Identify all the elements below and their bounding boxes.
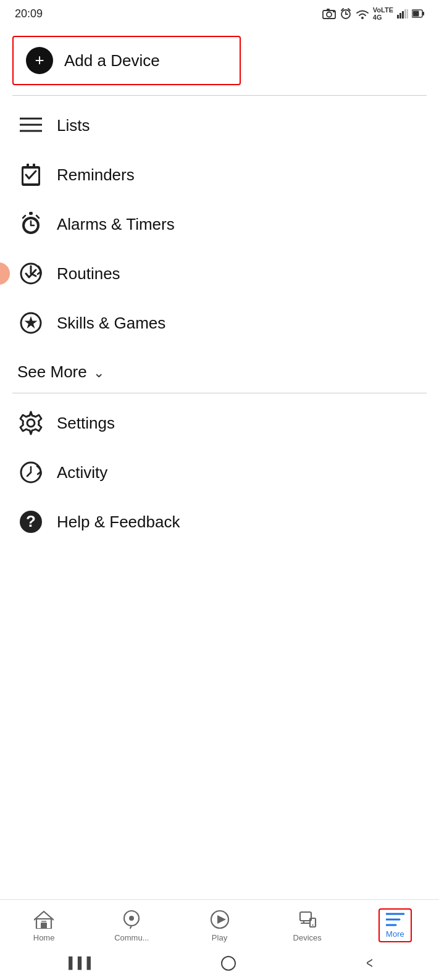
svg-line-30 [36,216,39,218]
more-tab-label: More [386,929,404,939]
activity-label: Activity [57,463,107,482]
bottom-nav: Home Commu... Play [0,899,439,980]
svg-rect-3 [333,11,335,12]
svg-rect-12 [402,11,404,19]
alarms-label: Alarms & Timers [57,215,175,234]
add-device-label: Add a Device [64,51,160,70]
network-type-icon: VoLTE4G [373,6,393,21]
svg-rect-11 [399,13,401,19]
battery-icon [412,9,424,18]
home-button[interactable] [221,956,236,971]
devices-tab-icon [296,908,319,931]
nav-tab-more[interactable]: More [351,906,439,945]
home-tab-label: Home [33,933,55,942]
bottom-menu-list: Settings Activity ? Help & Feedback [0,393,439,551]
activity-icon [17,459,44,486]
svg-rect-10 [397,15,399,19]
svg-line-29 [23,216,25,218]
menu-item-activity[interactable]: Activity [0,448,439,497]
help-label: Help & Feedback [57,513,180,532]
alarms-icon [17,211,44,238]
see-more-label: See More [17,362,87,382]
status-time: 20:09 [15,7,43,20]
home-tab-icon [33,908,55,931]
svg-point-45 [129,916,134,921]
svg-rect-23 [27,164,29,168]
svg-text:?: ? [26,512,36,530]
reminders-icon [17,161,44,188]
chevron-down-icon: ⌄ [93,365,104,381]
routines-icon [17,260,44,287]
communicate-tab-icon [120,908,143,931]
menu-item-settings[interactable]: Settings [0,398,439,448]
see-more-button[interactable]: See More ⌄ [0,353,439,393]
signal-bars-icon [397,9,408,19]
camera-icon [322,8,336,19]
skills-label: Skills & Games [57,314,165,333]
recent-apps-button[interactable]: ▐▐▐ [65,957,92,970]
alarm-status-icon [340,7,352,20]
nav-tab-devices[interactable]: Devices [264,906,351,945]
menu-item-skills[interactable]: Skills & Games [0,298,439,348]
more-tab-icon [386,912,404,927]
nav-tab-home[interactable]: Home [0,906,88,945]
reminders-label: Reminders [57,165,135,185]
help-icon: ? [17,508,44,535]
add-device-section: + Add a Device [0,26,439,95]
svg-marker-48 [217,915,226,924]
android-nav-bar: ▐▐▐ < [0,949,439,980]
svg-rect-24 [33,164,35,168]
play-tab-icon [209,908,231,931]
routines-label: Routines [57,264,120,283]
wifi-icon [356,8,369,19]
add-device-button[interactable]: + Add a Device [12,36,241,85]
menu-item-alarms[interactable]: Alarms & Timers [0,199,439,249]
back-button[interactable]: < [366,953,373,973]
menu-item-routines[interactable]: Routines [0,249,439,298]
menu-list: Lists Reminders [0,96,439,353]
communicate-tab-label: Commu... [114,933,149,942]
lists-label: Lists [57,116,90,135]
nav-tab-play[interactable]: Play [175,906,263,945]
svg-rect-14 [407,9,408,19]
svg-point-9 [361,17,364,19]
settings-label: Settings [57,414,115,433]
svg-rect-2 [327,9,330,10]
nav-tab-communicate[interactable]: Commu... [88,906,175,945]
svg-line-38 [27,472,31,476]
menu-item-reminders[interactable]: Reminders [0,150,439,199]
settings-icon [17,409,44,437]
svg-marker-34 [25,316,38,329]
status-icons: VoLTE4G [322,6,424,21]
lists-icon [17,112,44,139]
play-tab-label: Play [212,933,227,942]
svg-rect-17 [413,11,419,17]
svg-rect-31 [29,212,33,215]
plus-icon: + [35,52,44,68]
svg-rect-13 [404,9,406,19]
svg-rect-16 [422,12,424,15]
nav-tabs: Home Commu... Play [0,900,439,949]
menu-item-help[interactable]: ? Help & Feedback [0,497,439,547]
svg-point-35 [27,419,35,427]
status-bar: 20:09 VoLTE4G [0,0,439,26]
svg-rect-42 [41,923,47,929]
devices-tab-label: Devices [293,933,322,942]
menu-item-lists[interactable]: Lists [0,101,439,150]
skills-icon [17,309,44,337]
svg-point-1 [327,12,332,17]
add-device-circle-icon: + [26,47,53,74]
